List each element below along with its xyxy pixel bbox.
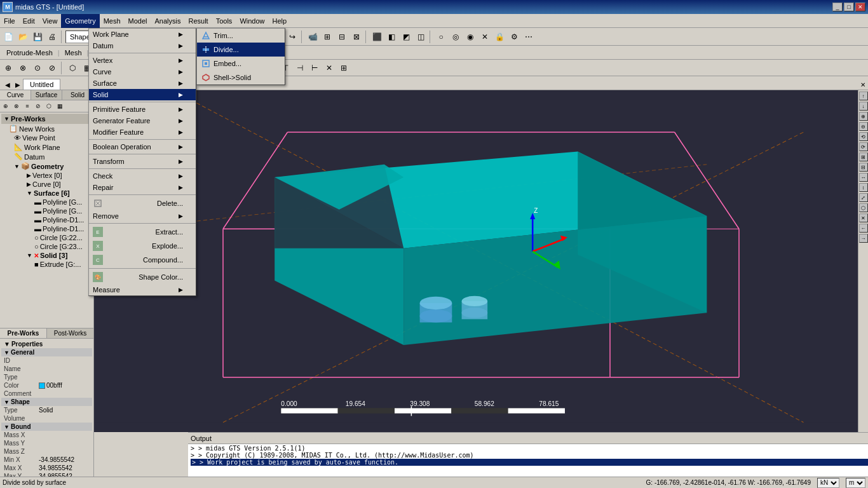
tb-circle2[interactable]: ◎ (449, 30, 463, 44)
submenu-divide[interactable]: Divide... (197, 43, 285, 57)
menu-vertex[interactable]: Vertex ▶ (89, 55, 196, 66)
tree-extrude[interactable]: ■ Extrude [G:... (29, 260, 92, 269)
menu-generator[interactable]: Generator Feature ▶ (89, 115, 196, 126)
unit-select-1[interactable]: kN (817, 478, 839, 488)
tb-close-x[interactable]: ✕ (478, 30, 492, 44)
tree-tb-3[interactable]: ≡ (22, 101, 32, 111)
tb-view1[interactable]: ⬛ (370, 30, 384, 44)
submenu-embed[interactable]: Embed... (197, 57, 285, 71)
tb-grid1[interactable]: ⊞ (320, 30, 334, 44)
menu-window[interactable]: Window (236, 14, 268, 28)
menu-datum[interactable]: Datum ▶ (89, 40, 196, 51)
menu-primitive[interactable]: Primitive Feature ▶ (89, 104, 196, 115)
tree-polyline-d1[interactable]: ▬ Polyline-D1... (29, 215, 92, 224)
menu-explode[interactable]: X Explode... (89, 239, 196, 253)
menu-work-plane[interactable]: Work Plane ▶ (89, 29, 196, 40)
menu-result[interactable]: Result (185, 14, 212, 28)
tree-polyline-d1b[interactable]: ▬ Polyline-D1... (29, 224, 92, 233)
tb-view4[interactable]: ◫ (414, 30, 428, 44)
tb-settings[interactable]: ⚙ (507, 30, 521, 44)
tab-surface[interactable]: Surface (31, 90, 62, 100)
tb3-22[interactable]: ⊞ (337, 61, 351, 75)
rs-btn-9[interactable]: ↔ (859, 173, 868, 182)
submenu-shell-solid[interactable]: Shell->Solid (197, 71, 285, 85)
menu-compound[interactable]: C Compound... (89, 253, 196, 267)
tb3-21[interactable]: ✕ (322, 61, 336, 75)
restore-button[interactable]: □ (844, 3, 854, 11)
unit-select-2[interactable]: m (846, 478, 865, 488)
rs-btn-12[interactable]: ⬡ (859, 203, 868, 212)
menu-shape-color[interactable]: 🎨 Shape Color... (89, 270, 196, 284)
tree-vertex[interactable]: ▶ Vertex [0] (22, 171, 92, 180)
tree-geometry[interactable]: ▼ 📦 Geometry (4, 161, 92, 171)
tree-work-plane[interactable]: 📐 Work Plane (4, 142, 92, 152)
tb-print[interactable]: 🖨 (45, 30, 59, 44)
minimize-button[interactable]: _ (832, 3, 843, 11)
menu-file[interactable]: File (0, 14, 19, 28)
menu-model[interactable]: Model (125, 14, 151, 28)
menu-repair[interactable]: Repair ▶ (89, 182, 196, 193)
menu-boolean[interactable]: Boolean Operation ▶ (89, 141, 196, 152)
tab-post-works[interactable]: Post-Works (47, 329, 93, 338)
tree-new-works[interactable]: 📋 New Works (4, 124, 92, 133)
tree-tb-2[interactable]: ⊗ (11, 101, 22, 111)
rs-btn-3[interactable]: ⊕ (859, 112, 868, 121)
menu-modifier[interactable]: Modifier Feature ▶ (89, 126, 196, 138)
close-tab-btn[interactable]: ✕ (858, 80, 868, 90)
rs-btn-1[interactable]: ↑ (859, 92, 868, 100)
tb-lock[interactable]: 🔒 (492, 30, 506, 44)
tree-polyline2[interactable]: ▬ Polyline [G... (29, 207, 92, 215)
menu-remove[interactable]: Remove ▶ (89, 210, 196, 222)
menu-analysis[interactable]: Analysis (151, 14, 185, 28)
menu-mesh[interactable]: Mesh (100, 14, 125, 28)
tb3-2[interactable]: ⊗ (16, 61, 30, 75)
tree-tb-5[interactable]: ⬡ (44, 101, 54, 111)
next-tab-btn[interactable]: ▶ (13, 80, 23, 90)
menu-extract[interactable]: E Extract... (89, 225, 196, 239)
rs-btn-13[interactable]: ✕ (859, 214, 868, 222)
tb-grid3[interactable]: ⊠ (349, 30, 363, 44)
rs-btn-10[interactable]: ↕ (859, 183, 868, 192)
menu-view[interactable]: View (39, 14, 62, 28)
doc-tab-untitled[interactable]: Untitled (23, 79, 60, 90)
tb-new[interactable]: 📄 (1, 30, 15, 44)
submenu-trim[interactable]: Trim... (197, 29, 285, 43)
menu-help[interactable]: Help (269, 14, 291, 28)
menu-delete[interactable]: Delete... (89, 196, 196, 210)
tab-mesh[interactable]: Mesh (60, 48, 87, 57)
tb-save[interactable]: 💾 (31, 30, 44, 44)
tb-grid2[interactable]: ⊟ (335, 30, 349, 44)
rs-btn-15[interactable]: → (859, 234, 868, 243)
tab-protrude-mesh[interactable]: Protrude-Mesh (1, 48, 58, 57)
tb3-5[interactable]: ⬡ (65, 61, 79, 75)
menu-measure[interactable]: Measure ▶ (89, 284, 196, 295)
tree-datum[interactable]: 📏 Datum (4, 152, 92, 161)
tb-extra[interactable]: ⋯ (522, 30, 536, 44)
tree-surface[interactable]: ▼ Surface [6] (22, 189, 92, 198)
menu-check[interactable]: Check ▶ (89, 170, 196, 182)
rs-btn-6[interactable]: ⟳ (859, 142, 868, 151)
tb3-4[interactable]: ⊘ (45, 61, 59, 75)
menu-edit[interactable]: Edit (19, 14, 39, 28)
rs-btn-2[interactable]: ↓ (859, 102, 868, 111)
tb3-19[interactable]: ⊣ (293, 61, 307, 75)
tb-circle3[interactable]: ◉ (463, 30, 477, 44)
tb-open[interactable]: 📂 (16, 30, 30, 44)
tb3-20[interactable]: ⊢ (308, 61, 322, 75)
tree-view-point[interactable]: 👁 View Point (4, 133, 92, 142)
rs-btn-14[interactable]: ← (859, 224, 868, 233)
rs-btn-8[interactable]: ⊟ (859, 163, 868, 172)
menu-curve[interactable]: Curve ▶ (89, 66, 196, 78)
tree-circle1[interactable]: ○ Circle [G:22... (29, 233, 92, 242)
rs-btn-7[interactable]: ⊞ (859, 152, 868, 161)
menu-solid[interactable]: Solid ▶ (89, 89, 196, 100)
tb3-1[interactable]: ⊕ (1, 61, 15, 75)
tb-camera[interactable]: 📹 (306, 30, 320, 44)
tree-tb-6[interactable]: ▦ (55, 101, 65, 111)
pre-works-header[interactable]: ▼ Pre-Works (1, 114, 92, 124)
tab-curve[interactable]: Curve (0, 90, 31, 100)
close-button[interactable]: ✕ (855, 3, 865, 11)
menu-geometry[interactable]: Geometry (61, 14, 99, 28)
menu-surface[interactable]: Surface ▶ (89, 78, 196, 89)
tree-circle2[interactable]: ○ Circle [G:23... (29, 242, 92, 251)
